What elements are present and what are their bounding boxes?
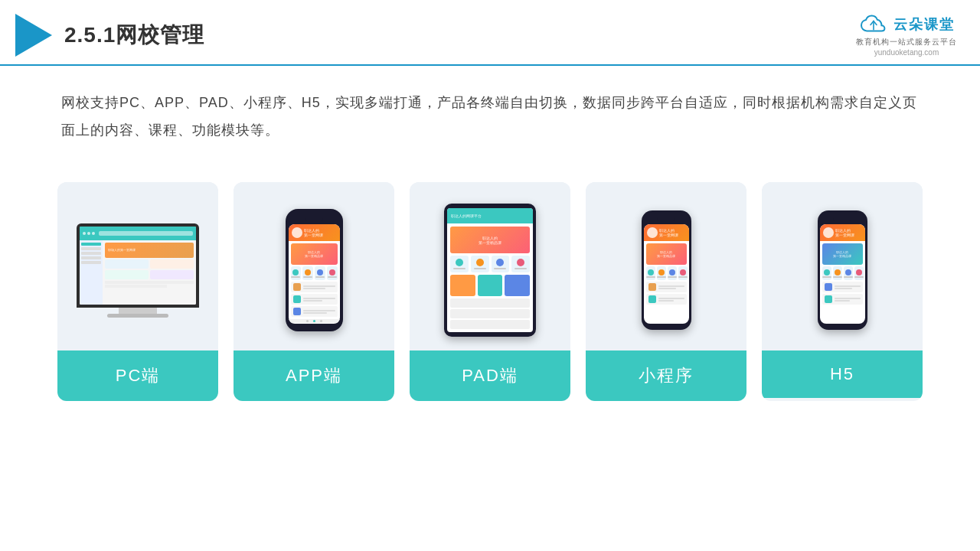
card-pad-label: PAD端 (410, 350, 570, 401)
cloud-logo-icon (858, 14, 889, 35)
card-h5-image: 职达人的第一堂网课 职达人的第一堂精品课 (762, 182, 923, 350)
brand-url: yunduoketang.com (874, 48, 939, 57)
card-miniapp-image: 职达人的第一堂网课 职达人的第一堂精品课 (586, 182, 746, 350)
card-pad-image: 职达人的网课平台 职达人的第一堂精品课 (410, 182, 570, 350)
brand-name: 云朵课堂 (893, 15, 955, 34)
card-pc: 职场人的第一堂网课 (57, 182, 218, 401)
h5-device-mock: 职达人的第一堂网课 职达人的第一堂精品课 (818, 210, 867, 330)
app-device-mock: 职达人的第一堂网课 职达人的第一堂精品课 (286, 209, 343, 331)
card-h5: 职达人的第一堂网课 职达人的第一堂精品课 (762, 182, 923, 401)
logo-icon (15, 14, 52, 57)
page-title: 2.5.1网校管理 (64, 21, 204, 50)
card-pc-image: 职场人的第一堂网课 (57, 182, 218, 350)
brand-tagline: 教育机构一站式服务云平台 (856, 37, 957, 47)
card-miniapp-label: 小程序 (586, 350, 746, 401)
miniapp-device-mock: 职达人的第一堂网课 职达人的第一堂精品课 (642, 210, 691, 330)
card-miniapp: 职达人的第一堂网课 职达人的第一堂精品课 (586, 182, 746, 401)
pad-device-mock: 职达人的网课平台 职达人的第一堂精品课 (444, 204, 536, 337)
pc-device-mock: 职场人的第一堂网课 (77, 223, 199, 318)
card-pc-label: PC端 (57, 350, 218, 401)
platform-cards: 职场人的第一堂网课 (0, 167, 980, 416)
description-text: 网校支持PC、APP、PAD、小程序、H5，实现多端打通，产品各终端自由切换，数… (0, 66, 980, 159)
card-app-image: 职达人的第一堂网课 职达人的第一堂精品课 (234, 182, 394, 350)
card-app: 职达人的第一堂网课 职达人的第一堂精品课 (234, 182, 394, 401)
card-h5-label: H5 (762, 350, 923, 398)
header-left: 2.5.1网校管理 (15, 14, 204, 57)
brand-section: 云朵课堂 教育机构一站式服务云平台 yunduoketang.com (856, 14, 957, 57)
header: 2.5.1网校管理 云朵课堂 教育机构一站式服务云平台 yunduoketang… (0, 0, 980, 66)
brand-logo: 云朵课堂 (858, 14, 955, 35)
card-pad: 职达人的网课平台 职达人的第一堂精品课 (410, 182, 570, 401)
card-app-label: APP端 (234, 350, 394, 401)
